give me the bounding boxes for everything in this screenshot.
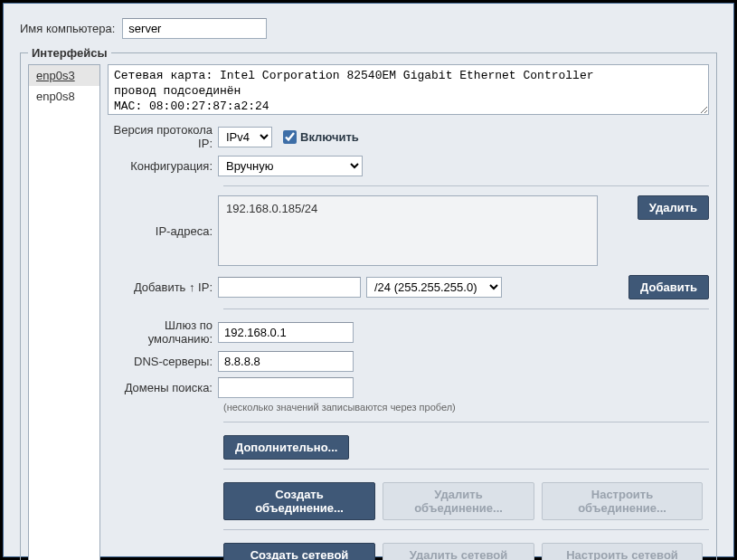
- interfaces-fieldset: Интерфейсы enp0s3 enp0s8 Версия протокол…: [20, 46, 717, 560]
- delete-ip-button[interactable]: Удалить: [638, 195, 709, 220]
- advanced-button[interactable]: Дополнительно...: [223, 435, 349, 460]
- add-ip-input[interactable]: [218, 277, 361, 298]
- interface-info[interactable]: [108, 64, 709, 115]
- netmask-select[interactable]: /24 (255.255.255.0): [366, 277, 502, 298]
- interfaces-legend: Интерфейсы: [28, 46, 111, 60]
- search-domains-input[interactable]: [218, 377, 354, 398]
- ip-version-select[interactable]: IPv4: [218, 127, 272, 147]
- config-select[interactable]: Вручную: [218, 156, 363, 176]
- ip-addresses-list[interactable]: 192.168.0.185/24: [218, 195, 598, 266]
- interface-list[interactable]: enp0s3 enp0s8: [28, 64, 100, 560]
- multi-value-hint: (несколько значений записываются через п…: [223, 402, 709, 413]
- hostname-input[interactable]: [122, 18, 267, 39]
- hostname-label: Имя компьютера:: [20, 22, 122, 35]
- dns-input[interactable]: [218, 351, 354, 372]
- add-ip-button[interactable]: Добавить: [628, 275, 709, 299]
- interface-item-enp0s8[interactable]: enp0s8: [29, 86, 99, 107]
- search-domains-label: Домены поиска:: [108, 381, 218, 394]
- add-ip-label: Добавить ↑ IP:: [108, 280, 218, 294]
- create-bridge-button[interactable]: Создать сетевой мост...: [223, 543, 375, 560]
- configure-bond-button: Настроить объединение...: [542, 482, 703, 520]
- gateway-label: Шлюз по умолчанию:: [108, 318, 218, 346]
- dns-label: DNS-серверы:: [108, 355, 218, 368]
- enable-checkbox[interactable]: [283, 130, 297, 144]
- enable-label: Включить: [300, 130, 359, 144]
- gateway-input[interactable]: [218, 322, 354, 343]
- config-label: Конфигурация:: [108, 159, 218, 173]
- ip-addresses-label: IP-адреса:: [108, 224, 218, 238]
- create-bond-button[interactable]: Создать объединение...: [223, 482, 375, 520]
- delete-bond-button: Удалить объединение...: [383, 482, 534, 520]
- delete-bridge-button: Удалить сетевой мост...: [383, 543, 534, 560]
- ip-version-label: Версия протокола IP:: [108, 123, 218, 150]
- ip-address-item[interactable]: 192.168.0.185/24: [226, 202, 317, 215]
- interface-item-enp0s3[interactable]: enp0s3: [29, 65, 99, 86]
- network-config-window: Имя компьютера: Интерфейсы enp0s3 enp0s8…: [3, 3, 734, 557]
- configure-bridge-button: Настроить сетевой мост...: [542, 543, 703, 560]
